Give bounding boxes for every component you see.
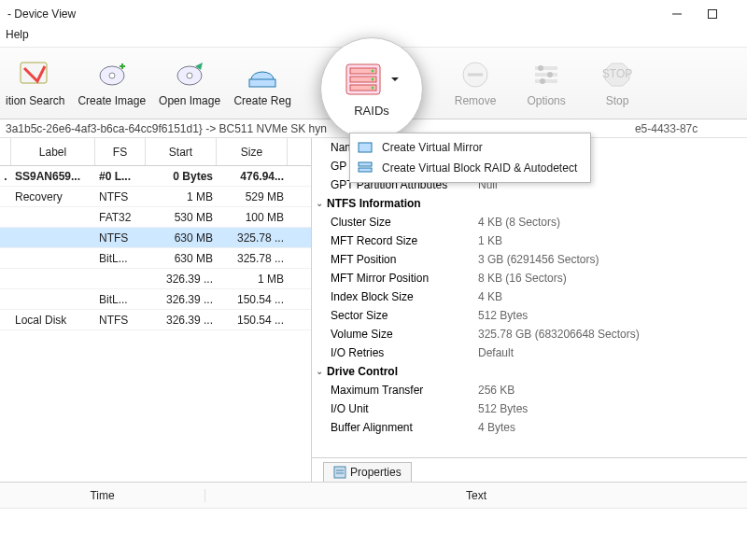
property-group-header[interactable]: Drive Control (312, 362, 747, 381)
maximize-button[interactable] (695, 1, 730, 27)
raids-button-magnified[interactable]: RAIDs (320, 37, 423, 140)
table-row[interactable]: RecoveryNTFS1 MB529 MB (0, 187, 311, 207)
svg-rect-7 (249, 79, 275, 87)
svg-point-6 (187, 73, 192, 78)
svg-point-16 (538, 65, 543, 71)
property-row: I/O RetriesDefault (312, 343, 747, 362)
svg-rect-15 (535, 79, 557, 83)
help-menu[interactable]: Help (6, 28, 29, 41)
table-row[interactable]: Local DiskNTFS326.39 ...150.54 ... (0, 310, 311, 330)
property-row: MFT Mirror Position8 KB (16 Sectors) (312, 269, 747, 287)
toolbar-label: Stop (606, 94, 629, 107)
raids-label: RAIDs (354, 104, 389, 118)
disk-open-icon (173, 59, 206, 91)
mirror-icon (358, 140, 373, 155)
toolbar-label: Remove (455, 94, 497, 107)
partition-search-button[interactable]: ition Search (6, 59, 64, 107)
svg-point-33 (372, 86, 374, 89)
toolbar-label: Create Image (78, 94, 146, 107)
properties-panel: NameGPGPT Partition AttributesNullNTFS I… (312, 138, 747, 482)
table-header: Label FS Start Size (0, 138, 311, 166)
property-row: Volume Size325.78 GB (683206648 Sectors) (312, 325, 747, 343)
properties-tab[interactable]: Properties (323, 462, 412, 482)
minimize-button[interactable] (659, 1, 695, 27)
col-size[interactable]: Size (217, 138, 288, 165)
property-row: MFT Record Size1 KB (312, 231, 747, 250)
svg-point-18 (540, 78, 545, 84)
region-icon (246, 59, 279, 91)
create-virtual-mirror-item[interactable]: Create Virtual Mirror (350, 137, 590, 158)
property-group-header[interactable]: NTFS Information (312, 194, 747, 213)
property-row: I/O Unit512 Bytes (312, 399, 747, 418)
chevron-down-icon[interactable] (389, 74, 401, 85)
open-image-button[interactable]: Open Image (159, 59, 220, 107)
create-image-button[interactable]: Create Image (78, 59, 146, 107)
svg-rect-21 (334, 467, 345, 478)
col-fs[interactable]: FS (95, 138, 146, 165)
stop-icon: STOP (600, 59, 634, 91)
toolbar-label: Options (527, 94, 565, 107)
property-row: Buffer Alignment4 Bytes (312, 418, 747, 437)
col-label[interactable]: Label (11, 138, 95, 165)
raids-dropdown: Create Virtual Mirror Create Virtual Blo… (349, 133, 591, 183)
svg-point-32 (372, 77, 374, 80)
svg-rect-25 (359, 162, 372, 166)
raids-icon (343, 61, 384, 98)
property-row: Index Block Size4 KB (312, 287, 747, 306)
table-row[interactable]: 326.39 ...1 MB (0, 269, 311, 289)
table-row[interactable]: NTFS630 MB325.78 ... (0, 228, 311, 248)
table-row[interactable]: BitL...326.39 ...150.54 ... (0, 289, 311, 310)
log-panel: Time Text (0, 482, 747, 546)
options-icon (529, 59, 563, 91)
toolbar-label: Open Image (159, 94, 220, 107)
svg-rect-1 (709, 10, 717, 19)
titlebar: - Device View (0, 0, 747, 28)
col-time[interactable]: Time (0, 489, 205, 502)
property-row: MFT Position3 GB (6291456 Sectors) (312, 250, 747, 269)
col-start[interactable]: Start (146, 138, 217, 165)
property-row: Sector Size512 Bytes (312, 306, 747, 325)
table-row[interactable]: BitL...630 MB325.78 ... (0, 248, 311, 269)
svg-rect-26 (359, 168, 372, 172)
col-text[interactable]: Text (205, 489, 747, 502)
property-row: Maximum Transfer256 KB (312, 381, 747, 399)
create-region-button[interactable]: Create Reg (233, 59, 291, 107)
svg-rect-14 (535, 73, 557, 77)
create-virtual-block-raid-item[interactable]: Create Virtual Block RAID & Autodetect (350, 158, 590, 178)
window-title: - Device View (7, 7, 76, 21)
partition-table: Label FS Start Size .SS9AN659...#0 L...0… (0, 138, 312, 482)
stop-button[interactable]: STOP Stop (588, 59, 646, 107)
table-row[interactable]: FAT32530 MB100 MB (0, 207, 311, 228)
svg-point-31 (372, 69, 374, 72)
toolbar-label: Create Reg (233, 94, 290, 107)
svg-point-4 (109, 73, 115, 78)
table-row[interactable]: .SS9AN659...#0 L...0 Bytes476.94... (0, 166, 311, 187)
remove-button[interactable]: Remove (446, 59, 504, 107)
svg-text:STOP: STOP (602, 67, 632, 80)
remove-icon (458, 59, 492, 91)
disk-plus-icon (95, 59, 129, 91)
property-row: Cluster Size4 KB (8 Sectors) (312, 213, 747, 231)
block-raid-icon (358, 161, 373, 175)
close-button[interactable] (730, 1, 740, 27)
toolbar-label: ition Search (6, 94, 64, 107)
search-icon (19, 59, 52, 91)
properties-icon (333, 466, 346, 479)
options-button[interactable]: Options (517, 59, 575, 107)
svg-rect-24 (359, 143, 372, 152)
svg-point-17 (547, 72, 553, 77)
